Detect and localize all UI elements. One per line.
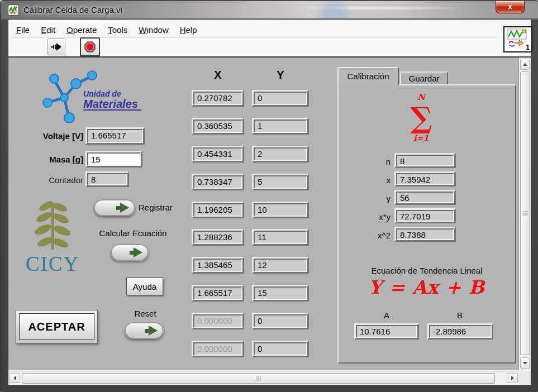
menu-edit[interactable]: Edit: [35, 23, 61, 37]
vi-icon-badge: 1: [526, 44, 530, 51]
masa-input[interactable]: [87, 152, 141, 166]
menu-file[interactable]: File: [11, 23, 35, 37]
y-cell-2: 2: [252, 146, 309, 162]
thumb-grip-icon: [256, 376, 260, 381]
contador-label: Contador: [8, 175, 83, 185]
y-cell-0: 0: [252, 90, 309, 107]
contador-indicator: 8: [85, 171, 129, 187]
y-cell-7: 15: [252, 285, 309, 302]
y-cell-9: 0: [252, 341, 309, 357]
scroll-left-button[interactable]: [9, 373, 20, 383]
window-title: Calibrar Celda de Carga.vi: [23, 5, 122, 15]
menu-window[interactable]: Window: [133, 23, 174, 37]
masa-label: Masa [g]: [8, 155, 83, 164]
aceptar-button[interactable]: ACEPTAR: [19, 313, 94, 340]
tab-guardar[interactable]: Guardar: [400, 71, 448, 85]
b-label: B: [427, 310, 492, 320]
a-label: A: [354, 310, 419, 320]
stat-label-x: x: [357, 175, 391, 185]
sigma-symbol: ∑: [379, 102, 463, 133]
registrar-toggle[interactable]: [94, 199, 135, 216]
app-window: Calibrar Celda de Carga.vi x File Edit O…: [0, 0, 538, 392]
scrollbar-corner: [518, 371, 531, 385]
equation-title: Ecuación de Tendencia Lineal: [337, 266, 516, 275]
up-arrow-icon: [523, 63, 527, 66]
tab-calibracion[interactable]: Calibración: [337, 67, 399, 85]
stop-button[interactable]: [80, 37, 100, 56]
equation-formula: Y = Ax + B: [337, 276, 516, 298]
menu-tools[interactable]: Tools: [102, 23, 133, 37]
chrome: File Edit Operate Tools Window Help: [8, 20, 531, 58]
masa-input-box: [85, 151, 142, 168]
y-cell-3: 5: [252, 174, 309, 190]
menu-operate[interactable]: Operate: [61, 23, 102, 37]
logo-line2: Materiales: [83, 98, 138, 110]
y-cell-1: 1: [252, 118, 309, 135]
calcular-toggle[interactable]: [111, 244, 149, 261]
x-cell-6: 1.385465: [192, 257, 244, 274]
logo-line1: Unidad de: [83, 89, 121, 98]
right-arrow-icon: [511, 376, 514, 380]
stop-octagon-icon: [84, 41, 96, 52]
reset-toggle[interactable]: [125, 322, 164, 339]
x-cell-1: 0.360535: [192, 118, 244, 135]
x-cell-2: 0.454331: [192, 146, 244, 162]
y-column-header: Y: [252, 69, 309, 82]
toolbar: [8, 38, 499, 56]
x-cell-5: 1.288236: [192, 229, 244, 246]
cicy-wordmark: CICY: [16, 252, 89, 276]
menubar: File Edit Operate Tools Window Help: [11, 23, 499, 38]
aceptar-frame: ACEPTAR: [16, 310, 98, 343]
y-cell-4: 10: [252, 202, 309, 218]
x-cell-9: 0.000000: [192, 341, 244, 357]
b-indicator: -2.89986: [427, 323, 493, 340]
stat-label-n: n: [357, 157, 391, 166]
stat-label-xy: x*y: [357, 212, 391, 222]
ayuda-button[interactable]: Ayuda: [126, 278, 163, 295]
scroll-down-button[interactable]: [520, 357, 530, 369]
vertical-scroll-thumb[interactable]: [520, 71, 530, 355]
window-content: File Edit Operate Tools Window Help: [8, 19, 531, 386]
left-arrow-icon: [13, 376, 16, 380]
calcular-label: Calcular Ecuación: [91, 228, 175, 238]
front-panel: Unidad de Materiales Voltaje [V] 1.66551…: [8, 58, 518, 370]
scroll-up-button[interactable]: [520, 59, 530, 70]
vi-icon: [507, 28, 527, 47]
y-cell-6: 12: [252, 257, 309, 274]
titlebar: Calibrar Celda de Carga.vi x: [1, 1, 538, 18]
cicy-leaves-icon: [25, 200, 81, 252]
registrar-label: Registrar: [139, 203, 173, 212]
sigma-lower-limit: i=1: [379, 133, 463, 142]
x-cell-8: 0.000000: [192, 313, 244, 329]
stat-xy: 72.7019: [394, 208, 456, 223]
horizontal-scroll-thumb[interactable]: [22, 373, 495, 384]
reset-label: Reset: [125, 309, 166, 318]
down-arrow-icon: [523, 362, 527, 365]
a-indicator: 10.7616: [354, 323, 419, 340]
voltaje-label: Voltaje [V]: [8, 131, 83, 141]
thumb-grip-icon: [523, 212, 528, 216]
stat-x: 7.35942: [394, 171, 456, 187]
vi-icon-box: 1: [503, 26, 532, 52]
scroll-right-button[interactable]: [507, 373, 518, 383]
stat-n: 8: [394, 153, 456, 168]
y-cell-5: 11: [252, 229, 309, 246]
x-cell-4: 1.196205: [192, 202, 244, 218]
x-column-header: X: [192, 69, 244, 82]
horizontal-scrollbar: [8, 371, 518, 385]
stat-y: 56: [394, 190, 456, 205]
stat-label-y: y: [357, 194, 391, 203]
x-cell-0: 0.270782: [192, 90, 244, 107]
sigma-icon: N ∑ i=1: [379, 92, 463, 142]
close-button[interactable]: x: [496, 1, 525, 13]
vertical-scrollbar: [518, 58, 531, 370]
run-button[interactable]: [47, 39, 65, 55]
menu-help[interactable]: Help: [174, 23, 203, 37]
x-cell-7: 1.665517: [192, 285, 244, 302]
unidad-materiales-logo: Unidad de Materiales: [41, 70, 158, 123]
stat-x2: 8.7388: [394, 227, 456, 242]
run-arrow-icon: [51, 42, 62, 51]
x-cell-3: 0.738347: [192, 174, 244, 190]
y-cell-8: 0: [252, 313, 309, 329]
app-icon: [8, 4, 19, 16]
